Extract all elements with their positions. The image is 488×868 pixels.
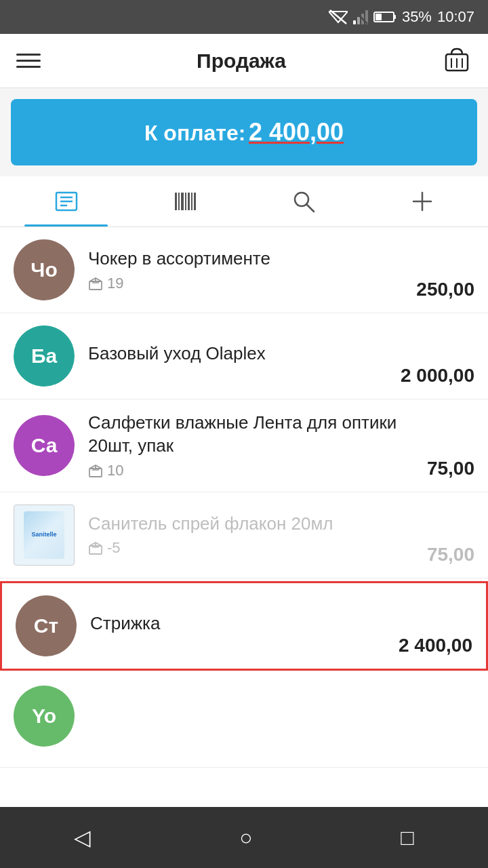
- item-price: 2 400,00: [399, 635, 472, 656]
- item-price: 250,00: [416, 279, 474, 300]
- page-title: Продажа: [197, 50, 286, 73]
- barcode-icon: [172, 189, 198, 214]
- list-item[interactable]: Чо Чокер в ассортименте 19 250,00: [0, 227, 488, 313]
- item-stock: 19: [88, 275, 409, 292]
- item-price: 2 000,00: [401, 365, 474, 387]
- stock-count: 10: [107, 462, 123, 479]
- stock-box-icon: [88, 276, 103, 291]
- home-button[interactable]: ○: [219, 818, 272, 857]
- stock-box-icon: [88, 540, 103, 555]
- tab-list[interactable]: [7, 176, 125, 226]
- svg-rect-23: [191, 193, 192, 210]
- plus-icon: [409, 189, 435, 214]
- svg-rect-18: [175, 193, 177, 210]
- basket-svg-icon: [442, 45, 472, 75]
- tab-barcode[interactable]: [125, 176, 244, 226]
- stock-count: 19: [107, 275, 123, 292]
- avatar: Са: [14, 415, 75, 476]
- item-stock: 10: [88, 462, 420, 479]
- svg-rect-22: [188, 193, 190, 210]
- svg-rect-8: [394, 15, 396, 19]
- avatar: Чо: [14, 239, 75, 300]
- item-price: 75,00: [427, 458, 474, 479]
- signal-icon: [353, 9, 368, 24]
- tab-add[interactable]: [363, 176, 481, 226]
- svg-rect-20: [181, 193, 184, 210]
- battery-icon: [373, 11, 396, 23]
- svg-rect-3: [357, 17, 360, 24]
- list-item-highlighted[interactable]: Ст Стрижка 2 400,00: [0, 581, 488, 671]
- payment-banner[interactable]: К оплате: 2 400,00: [11, 99, 477, 165]
- avatar: Ст: [16, 595, 77, 656]
- back-button[interactable]: ◁: [54, 818, 111, 857]
- recent-button[interactable]: □: [380, 818, 434, 857]
- svg-rect-19: [178, 193, 180, 210]
- payment-amount: 2 400,00: [249, 118, 344, 146]
- svg-line-26: [306, 204, 314, 212]
- time-text: 10:07: [437, 8, 474, 26]
- stock-count: -5: [107, 539, 121, 557]
- status-bar: 35% 10:07: [0, 0, 488, 34]
- item-name: Салфетки влажные Лента для оптики 20шт, …: [88, 412, 420, 458]
- tab-search[interactable]: [244, 176, 363, 226]
- tab-bar: [0, 176, 488, 227]
- item-info: Санитель спрей флакон 20мл -5: [88, 513, 420, 557]
- item-price: 75,00: [427, 544, 474, 566]
- item-name: Чокер в ассортименте: [88, 248, 409, 271]
- search-icon: [291, 189, 317, 214]
- avatar: Ба: [14, 326, 75, 387]
- item-name: Базовый уход Olaplex: [88, 342, 394, 366]
- avatar: Yo: [14, 686, 75, 747]
- list-item[interactable]: Са Салфетки влажные Лента для оптики 20ш…: [0, 399, 488, 492]
- item-name: Санитель спрей флакон 20мл: [88, 513, 420, 536]
- item-stock: -5: [88, 539, 420, 557]
- svg-rect-9: [375, 14, 382, 20]
- battery-text: 35%: [402, 8, 432, 26]
- item-info: Стрижка: [90, 612, 392, 639]
- svg-rect-21: [185, 193, 186, 210]
- payment-label: К оплате:: [144, 121, 246, 145]
- item-info: Салфетки влажные Лента для оптики 20шт, …: [88, 412, 420, 479]
- hamburger-menu[interactable]: [16, 54, 41, 68]
- svg-rect-2: [353, 20, 356, 24]
- item-info: Базовый уход Olaplex: [88, 342, 394, 370]
- svg-rect-24: [194, 193, 196, 210]
- basket-button[interactable]: [442, 45, 472, 77]
- wifi-icon: [329, 9, 348, 25]
- items-list: Чо Чокер в ассортименте 19 250,00 Ба Баз…: [0, 227, 488, 807]
- list-icon: [54, 189, 79, 214]
- bottom-nav: ◁ ○ □: [0, 807, 488, 868]
- status-icons: 35% 10:07: [329, 8, 474, 26]
- list-item[interactable]: Sanitelle Санитель спрей флакон 20мл -5 …: [0, 492, 488, 578]
- list-item-partial[interactable]: Yo: [0, 673, 488, 768]
- item-name: Стрижка: [90, 612, 392, 635]
- item-info: Чокер в ассортименте 19: [88, 248, 409, 292]
- list-item[interactable]: Ба Базовый уход Olaplex 2 000,00: [0, 313, 488, 399]
- avatar: Sanitelle: [14, 505, 75, 566]
- top-bar: Продажа: [0, 34, 488, 88]
- stock-box-icon: [88, 463, 103, 478]
